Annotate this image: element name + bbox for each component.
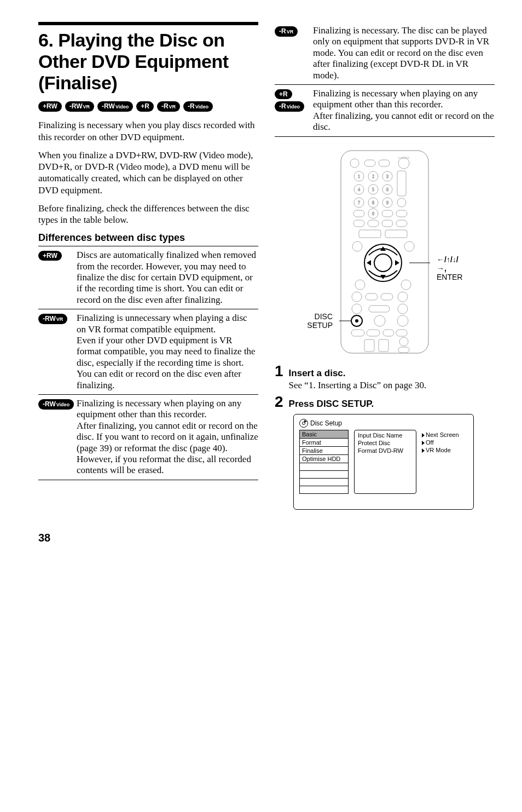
opt-protect: Protect Disc <box>358 439 413 447</box>
step-1: 1 Insert a disc. See “1. Inserting a Dis… <box>275 364 495 391</box>
svg-text:1: 1 <box>358 174 360 179</box>
svg-rect-12 <box>397 171 406 196</box>
svg-rect-31 <box>353 220 364 227</box>
menu-finalise: Finalise <box>299 446 349 454</box>
svg-rect-61 <box>367 330 380 336</box>
svg-rect-49 <box>366 293 378 300</box>
svg-text:8: 8 <box>372 200 374 205</box>
svg-text:6: 6 <box>386 187 388 192</box>
disc-setup-screenshot: ▸ Disc Setup Basic Format Finalise Optim… <box>293 414 474 510</box>
val-next-screen: Next Screen <box>422 431 468 439</box>
svg-text:0: 0 <box>372 211 374 216</box>
badge-plus-r: +R <box>275 89 292 99</box>
svg-rect-34 <box>396 220 407 227</box>
badge-plus-r: +R <box>136 101 154 112</box>
screenshot-left-menu: Basic Format Finalise Optimise HDD <box>299 430 349 494</box>
svg-rect-64 <box>364 339 374 352</box>
page-number: 38 <box>38 532 495 544</box>
menu-basic: Basic <box>299 430 349 438</box>
intro-paragraph-1: Finalizing is necessary when you play di… <box>38 119 258 143</box>
step-title: Insert a disc. <box>289 368 495 379</box>
step-text: See “1. Inserting a Disc” on page 30. <box>289 380 495 391</box>
diff-text: Finalizing is necessary when playing on … <box>77 398 258 476</box>
intro-paragraph-3: Before finalizing, check the differences… <box>38 203 258 226</box>
screenshot-mid-options: Input Disc Name Protect Disc Format DVD-… <box>354 430 416 494</box>
svg-text:5: 5 <box>372 187 374 192</box>
svg-text:9: 9 <box>386 200 388 205</box>
badge-plus-rw: +RW <box>38 101 62 112</box>
svg-point-66 <box>399 337 408 346</box>
diff-text: Finalizing is unnecessary when playing a… <box>77 313 258 391</box>
svg-point-45 <box>355 280 365 290</box>
svg-marker-43 <box>367 260 371 266</box>
menu-optimise: Optimise HDD <box>299 454 349 463</box>
badge-minus-rvr: -RVR <box>157 101 180 112</box>
svg-marker-44 <box>395 260 399 266</box>
diff-text: Finalizing is necessary when playing on … <box>313 88 495 133</box>
svg-point-59 <box>397 315 408 326</box>
svg-rect-62 <box>383 330 394 336</box>
remote-svg: I/\u2315 1 2 3 4 5 6 7 8 9 <box>338 148 431 356</box>
right-differences-table: -RVR Finalizing is necessary. The disc c… <box>275 22 495 137</box>
diff-text: Finalizing is necessary. The disc can be… <box>313 25 495 81</box>
svg-rect-33 <box>382 220 393 227</box>
svg-rect-2 <box>364 160 375 166</box>
svg-rect-29 <box>382 210 393 217</box>
svg-point-54 <box>398 304 408 314</box>
step-2: 2 Press DISC SETUP. <box>275 394 495 411</box>
remote-illustration: I/\u2315 1 2 3 4 5 6 7 8 9 <box>275 148 495 358</box>
svg-rect-26 <box>353 210 364 217</box>
table-row: -RWVideo Finalizing is necessary when pl… <box>38 394 258 480</box>
svg-rect-35 <box>359 230 381 238</box>
svg-rect-36 <box>385 230 407 238</box>
intro-paragraph-2: When you finalize a DVD+RW, DVD-RW (Vide… <box>38 149 258 196</box>
svg-point-37 <box>352 241 362 251</box>
svg-text:7: 7 <box>358 200 360 205</box>
svg-text:2: 2 <box>372 174 374 179</box>
table-row: -RWVR Finalizing is unnecessary when pla… <box>38 309 258 394</box>
differences-heading: Differences between disc types <box>38 232 258 244</box>
table-row: -RVR Finalizing is necessary. The disc c… <box>275 22 495 84</box>
remote-label-disc-setup: DISC SETUP <box>307 312 333 330</box>
badge-minus-rwvideo: -RWVideo <box>38 399 74 410</box>
badge-plus-rw: +RW <box>38 251 62 261</box>
svg-rect-32 <box>368 220 379 227</box>
badge-minus-rvr: -RVR <box>275 26 298 37</box>
svg-point-46 <box>401 280 411 290</box>
disc-icon: ▸ <box>299 419 308 428</box>
svg-point-1 <box>350 159 359 168</box>
svg-rect-65 <box>379 339 388 352</box>
badge-minus-rwvr: -RWVR <box>38 314 67 324</box>
table-row: +R -RVideo Finalizing is necessary when … <box>275 84 495 136</box>
svg-text:4: 4 <box>358 187 360 192</box>
svg-point-52 <box>352 304 362 314</box>
val-vr-mode: VR Mode <box>422 446 468 454</box>
svg-text:I/\u2315: I/\u2315 <box>398 156 409 159</box>
step-title: Press DISC SETUP. <box>289 399 495 410</box>
opt-format-rw: Format DVD-RW <box>358 447 413 454</box>
opt-input-name: Input Disc Name <box>358 431 413 439</box>
format-badges-row: +RW -RWVR -RWVideo +R -RVR -RVideo <box>38 101 258 112</box>
screenshot-right-values: Next Screen Off VR Mode <box>422 430 468 494</box>
screenshot-title: Disc Setup <box>310 419 342 427</box>
badge-minus-rwvr: -RWVR <box>65 101 94 112</box>
svg-rect-25 <box>397 198 406 207</box>
svg-rect-50 <box>381 293 393 300</box>
svg-point-58 <box>374 315 385 326</box>
svg-point-40 <box>374 254 392 272</box>
svg-point-4 <box>398 158 409 169</box>
svg-rect-53 <box>369 306 390 312</box>
section-title: 6. Playing the Disc on Other DVD Equipme… <box>38 30 258 94</box>
svg-rect-30 <box>396 210 407 217</box>
table-row: +RW Discs are automatically finalized wh… <box>38 246 258 309</box>
svg-point-48 <box>352 292 362 302</box>
differences-table: +RW Discs are automatically finalized wh… <box>38 246 258 480</box>
badge-minus-rvideo: -RVideo <box>183 101 213 112</box>
badge-minus-rvideo: -RVideo <box>275 101 304 112</box>
step-number: 1 <box>275 364 283 379</box>
step-number: 2 <box>275 394 283 410</box>
svg-text:3: 3 <box>386 174 388 179</box>
svg-rect-3 <box>379 160 390 166</box>
svg-rect-63 <box>396 330 407 336</box>
screenshot-title-row: ▸ Disc Setup <box>299 419 468 428</box>
